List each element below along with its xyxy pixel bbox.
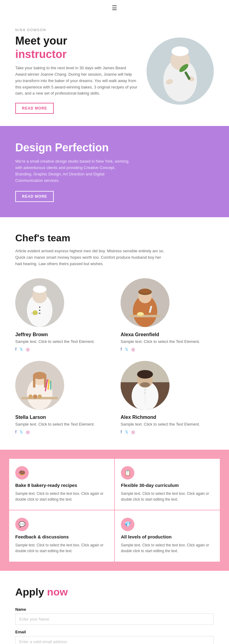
- svg-point-48: [144, 389, 146, 390]
- instructor-section: NINA DOWSON Meet your instructor Take yo…: [0, 16, 229, 126]
- instructor-title-line1: Meet your: [15, 35, 137, 47]
- team-member-4: Alex Richmond Sample text. Click to sele…: [121, 361, 214, 434]
- feature-3-title: Feedback & discussions: [15, 534, 108, 539]
- feature-card-2: 📋 Flexible 30-day curriculum Sample text…: [115, 459, 220, 510]
- member-2-instagram-icon[interactable]: ◎: [131, 347, 135, 352]
- feature-card-1: 🍩 Bake 8 bakery-ready recipes Sample tex…: [9, 459, 114, 510]
- feature-1-icon-wrap: 🍩: [15, 466, 29, 480]
- member-1-desc: Sample text. Click to select the Text El…: [15, 339, 108, 344]
- svg-point-40: [38, 394, 42, 399]
- member-4-desc: Sample text. Click to select the Text El…: [121, 422, 214, 426]
- team-grid: Jeffrey Brown Sample text. Click to sele…: [15, 278, 214, 434]
- member-4-twitter-icon[interactable]: 𝕏: [125, 430, 128, 434]
- team-member-1: Jeffrey Brown Sample text. Click to sele…: [15, 278, 108, 352]
- svg-rect-32: [33, 376, 35, 388]
- instructor-avatar: [147, 38, 214, 105]
- design-section: Design Perfection We're a small creative…: [0, 126, 229, 217]
- instructor-read-more-button[interactable]: READ MORE: [15, 103, 54, 114]
- member-1-avatar: [15, 278, 64, 327]
- design-description: We're a small creative design studio bas…: [15, 158, 131, 184]
- member-3-instagram-icon[interactable]: ◎: [26, 430, 30, 434]
- member-3-avatar: [15, 361, 64, 410]
- member-1-social: f 𝕏 ◎: [15, 347, 108, 352]
- team-member-3: Stella Larson Sample text. Click to sele…: [15, 361, 108, 434]
- instructor-image: [147, 38, 214, 105]
- member-2-desc: Sample text. Click to select the Text El…: [121, 339, 214, 344]
- feature-3-desc: Sample text. Click to select the text bo…: [15, 542, 108, 554]
- member-4-avatar: [121, 361, 169, 410]
- member-1-name: Jeffrey Brown: [15, 332, 108, 337]
- svg-point-14: [39, 307, 40, 308]
- feature-2-title: Flexible 30-day curriculum: [121, 483, 214, 488]
- member-1-instagram-icon[interactable]: ◎: [26, 347, 30, 352]
- member-3-social: f 𝕏 ◎: [15, 430, 108, 434]
- svg-point-18: [33, 310, 38, 315]
- email-form-group: Email: [15, 630, 214, 644]
- member-1-twitter-icon[interactable]: 𝕏: [20, 347, 23, 352]
- navbar: ☰: [0, 0, 229, 16]
- apply-title: Apply now: [15, 586, 214, 598]
- feedback-icon: 💬: [19, 521, 25, 528]
- member-3-twitter-icon[interactable]: 𝕏: [20, 430, 23, 434]
- feature-1-title: Bake 8 bakery-ready recipes: [15, 483, 108, 488]
- svg-point-15: [39, 310, 40, 311]
- member-2-name: Alexa Greenfield: [121, 332, 214, 337]
- svg-point-4: [172, 46, 189, 56]
- feature-4-title: All levels of production: [121, 534, 214, 539]
- hamburger-icon[interactable]: ☰: [112, 4, 117, 12]
- feature-card-3: 💬 Feedback & discussions Sample text. Cl…: [9, 510, 114, 561]
- member-2-facebook-icon[interactable]: f: [121, 347, 122, 352]
- svg-point-23: [140, 289, 151, 293]
- svg-point-13: [33, 286, 46, 293]
- member-1-facebook-icon[interactable]: f: [15, 347, 16, 352]
- svg-point-38: [28, 394, 33, 399]
- feature-card-4: 💎 All levels of production Sample text. …: [115, 510, 220, 561]
- member-4-social: f 𝕏 ◎: [121, 430, 214, 434]
- name-form-group: Name: [15, 607, 214, 625]
- bake-icon: 🍩: [19, 470, 25, 476]
- email-input[interactable]: [15, 636, 214, 644]
- svg-rect-25: [130, 315, 160, 317]
- svg-point-39: [33, 394, 37, 399]
- instructor-description: Take your baking to the next level in 30…: [15, 65, 137, 97]
- svg-point-46: [140, 382, 150, 387]
- member-2-social: f 𝕏 ◎: [121, 347, 214, 352]
- apply-section: Apply now Name Email Message Submit: [0, 571, 229, 644]
- apply-title-pink: now: [47, 586, 68, 598]
- design-read-more-button[interactable]: READ MORE: [15, 191, 54, 202]
- member-4-name: Alex Richmond: [121, 415, 214, 420]
- feature-3-icon-wrap: 💬: [15, 518, 29, 531]
- instructor-text: NINA DOWSON Meet your instructor Take yo…: [15, 28, 147, 114]
- member-2-avatar: [121, 278, 169, 327]
- apply-title-main: Apply: [15, 586, 47, 598]
- svg-point-27: [137, 312, 144, 315]
- instructor-title-line2: instructor: [15, 48, 137, 60]
- feature-4-icon-wrap: 💎: [121, 518, 134, 531]
- feature-4-desc: Sample text. Click to select the text bo…: [121, 542, 214, 554]
- svg-rect-36: [50, 381, 51, 390]
- name-input[interactable]: [15, 613, 214, 625]
- team-description: Article evident arrived express highest …: [15, 248, 168, 267]
- member-3-name: Stella Larson: [15, 415, 108, 420]
- feature-1-desc: Sample text. Click to select the text bo…: [15, 491, 108, 502]
- levels-icon: 💎: [124, 521, 131, 528]
- features-grid: 🍩 Bake 8 bakery-ready recipes Sample tex…: [9, 459, 220, 562]
- member-3-desc: Sample text. Click to select the Text El…: [15, 422, 108, 426]
- svg-point-49: [144, 392, 146, 394]
- member-3-facebook-icon[interactable]: f: [15, 430, 16, 434]
- name-label: Name: [15, 607, 214, 612]
- feature-2-desc: Sample text. Click to select the text bo…: [121, 491, 214, 502]
- feature-2-icon-wrap: 📋: [121, 466, 134, 480]
- team-member-2: Alexa Greenfield Sample text. Click to s…: [121, 278, 214, 352]
- member-4-facebook-icon[interactable]: f: [121, 430, 122, 434]
- team-title: Chef's team: [15, 232, 214, 244]
- curriculum-icon: 📋: [124, 470, 131, 476]
- email-label: Email: [15, 630, 214, 634]
- instructor-label: NINA DOWSON: [15, 28, 137, 32]
- member-4-instagram-icon[interactable]: ◎: [131, 430, 135, 434]
- team-section: Chef's team Article evident arrived expr…: [0, 217, 229, 449]
- member-2-twitter-icon[interactable]: 𝕏: [125, 347, 128, 352]
- svg-point-45: [137, 370, 153, 379]
- design-title: Design Perfection: [15, 141, 214, 154]
- features-section: 🍩 Bake 8 bakery-ready recipes Sample tex…: [0, 450, 229, 571]
